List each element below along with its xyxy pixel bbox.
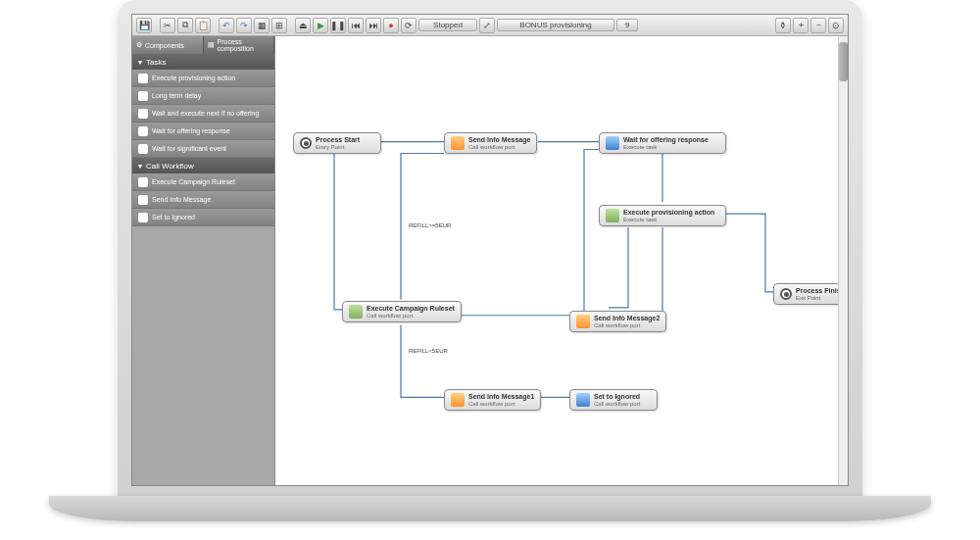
sidebar: ⚙ Components ▤ Process composition ▾ Tas…	[132, 36, 275, 485]
status-display: Stopped	[418, 19, 477, 31]
node-subtitle: Entry Point	[316, 144, 360, 151]
flag-icon	[138, 213, 148, 222]
wait-icon	[138, 126, 148, 136]
tab-label: Components	[145, 42, 184, 49]
gear-icon: ⚙	[136, 41, 142, 49]
node-title: Process Start	[316, 136, 360, 144]
section-header-workflow[interactable]: ▾ Call Workflow	[132, 158, 274, 173]
node-subtitle: Call workflow port	[468, 144, 530, 151]
fit-icon[interactable]: ⊙	[828, 18, 844, 33]
zoom-in-icon[interactable]: ＋	[793, 18, 808, 33]
sidebar-item-set-ignored[interactable]: Set to Ignored	[132, 209, 274, 226]
node-set-ignored[interactable]: Set to Ignored Call workflow port	[569, 389, 658, 411]
wait-icon	[138, 109, 148, 119]
connectors-layer	[275, 36, 848, 485]
node-title: Execute provisioning action	[623, 209, 714, 217]
layers-icon: ▤	[208, 41, 215, 49]
save-icon[interactable]: 💾	[136, 18, 152, 33]
node-subtitle: Call workflow port	[367, 313, 455, 319]
step-back-icon[interactable]: ⏮	[348, 18, 364, 33]
node-title: Wait for offering response	[623, 136, 709, 144]
node-title: Send Info Message2	[594, 315, 660, 322]
scrollbar-thumb[interactable]	[839, 42, 848, 81]
vertical-scrollbar[interactable]	[838, 36, 848, 485]
stop-icon[interactable]: ●	[383, 18, 399, 33]
node-title: Execute Campaign Ruleset	[367, 305, 455, 313]
node-send-info[interactable]: Send Info Message Call workflow port	[444, 132, 537, 154]
node-exec-prov[interactable]: Execute provisioning action Execute task	[599, 205, 726, 226]
tab-process-composition[interactable]: ▤ Process composition	[204, 36, 275, 54]
cut-icon[interactable]: ✂	[160, 18, 175, 33]
undo-icon[interactable]: ↶	[219, 18, 234, 33]
tab-label: Process composition	[218, 38, 270, 52]
zoom-value: 9	[616, 19, 638, 31]
layout-icon[interactable]: ⊞	[271, 18, 287, 33]
node-exec-campaign[interactable]: Execute Campaign Ruleset Call workflow p…	[342, 301, 462, 322]
sidebar-item-long-delay[interactable]: Long term delay	[132, 87, 274, 105]
sidebar-tabs: ⚙ Components ▤ Process composition	[132, 36, 274, 54]
wait-icon	[138, 144, 148, 154]
refresh-icon[interactable]: ⟳	[401, 18, 416, 33]
node-subtitle: Call workflow port	[594, 322, 660, 329]
pause-icon[interactable]: ❚❚	[330, 18, 346, 33]
expand-icon[interactable]: ⤢	[479, 18, 495, 33]
mail-icon	[138, 195, 148, 205]
sidebar-item-wait-exec[interactable]: Wait and execute next if no offering	[132, 105, 274, 123]
workflow-icon	[349, 305, 363, 319]
task-icon	[138, 74, 148, 83]
workflow-icon	[138, 177, 148, 187]
mail-icon	[576, 315, 590, 328]
start-icon	[300, 137, 312, 149]
grid-icon[interactable]: ▦	[254, 18, 270, 33]
chevron-down-icon: ▾	[138, 58, 142, 67]
node-subtitle: Execute task	[623, 217, 714, 223]
edge-label-lt: REFILL<5EUR	[407, 348, 450, 354]
step-fwd-icon[interactable]: ⏭	[366, 18, 381, 33]
laptop-frame: 💾 ✂ ⧉ 📋 ↶ ↷ ▦ ⊞ ⏏ ▶ ❚❚ ⏮ ⏭ ● ⟳ Stopped ⤢…	[118, 0, 862, 500]
mail-icon	[451, 393, 465, 407]
process-canvas[interactable]: REFILL>=5EUR REFILL<5EUR Process Start E…	[275, 36, 848, 485]
app-screen: 💾 ✂ ⧉ 📋 ↶ ↷ ▦ ⊞ ⏏ ▶ ❚❚ ⏮ ⏭ ● ⟳ Stopped ⤢…	[131, 14, 849, 486]
sidebar-item-exec-prov[interactable]: Execute provisioning action	[132, 70, 274, 87]
laptop-base	[49, 496, 931, 521]
item-label: Execute Campaign Ruleset	[152, 178, 235, 185]
node-title: Send Info Message1	[468, 393, 534, 401]
sidebar-item-send-info[interactable]: Send Info Message	[132, 191, 274, 209]
redo-icon[interactable]: ↷	[236, 18, 252, 33]
tab-components[interactable]: ⚙ Components	[132, 36, 204, 54]
finish-icon	[780, 288, 792, 300]
mail-icon	[451, 136, 465, 150]
section-title: Tasks	[146, 58, 166, 67]
node-subtitle: Execute task	[623, 144, 709, 151]
gear-icon	[606, 209, 619, 222]
node-title: Send Info Message	[468, 136, 530, 144]
node-wait-offering[interactable]: Wait for offering response Execute task	[599, 132, 726, 154]
zoom-out-icon[interactable]: －	[810, 18, 826, 33]
node-title: Set to Ignored	[594, 393, 640, 401]
node-subtitle: Call workflow port	[594, 401, 640, 408]
item-label: Wait for significant event	[152, 145, 226, 152]
item-label: Set to Ignored	[152, 214, 195, 221]
node-send-info1[interactable]: Send Info Message1 Call workflow port	[444, 389, 541, 411]
filter-icon[interactable]: ⚱	[775, 18, 791, 33]
section-header-tasks[interactable]: ▾ Tasks	[132, 54, 274, 70]
item-label: Send Info Message	[152, 196, 211, 203]
item-label: Wait and execute next if no offering	[152, 110, 259, 117]
sidebar-item-exec-campaign[interactable]: Execute Campaign Ruleset	[132, 173, 274, 191]
paste-icon[interactable]: 📋	[195, 18, 211, 33]
node-process-finish[interactable]: Process Finish Exit Point	[773, 283, 848, 305]
play-icon[interactable]: ▶	[313, 18, 328, 33]
flag-icon	[576, 393, 590, 407]
edge-label-ge: REFILL>=5EUR	[407, 222, 453, 228]
toolbar: 💾 ✂ ⧉ 📋 ↶ ↷ ▦ ⊞ ⏏ ▶ ❚❚ ⏮ ⏭ ● ⟳ Stopped ⤢…	[132, 15, 848, 36]
node-process-start[interactable]: Process Start Entry Point	[293, 132, 381, 154]
sidebar-item-wait-event[interactable]: Wait for significant event	[132, 140, 274, 158]
node-send-info2[interactable]: Send Info Message2 Call workflow port	[569, 311, 666, 332]
item-label: Execute provisioning action	[152, 74, 235, 81]
workspace: ⚙ Components ▤ Process composition ▾ Tas…	[132, 36, 848, 485]
sidebar-item-wait-offering[interactable]: Wait for offering response	[132, 123, 274, 140]
process-name: BONUS provisioning	[497, 19, 614, 31]
copy-icon[interactable]: ⧉	[177, 18, 193, 33]
chevron-down-icon: ▾	[138, 162, 142, 171]
deploy-icon[interactable]: ⏏	[295, 18, 311, 33]
